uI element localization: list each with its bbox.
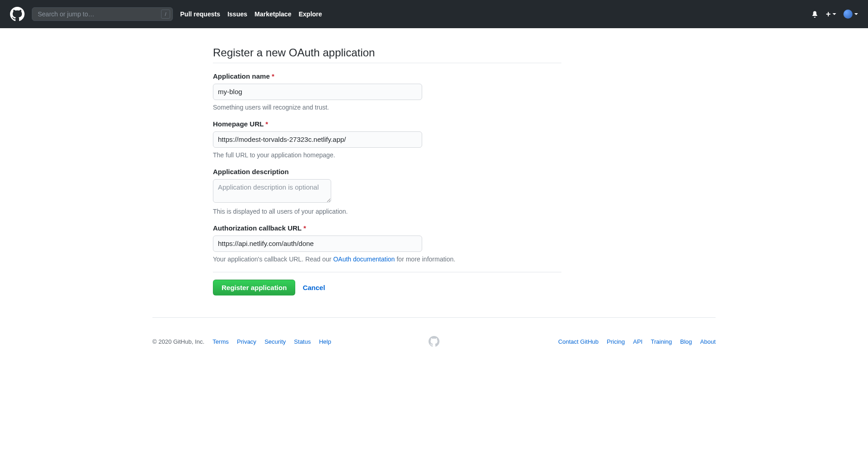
- chevron-down-icon: [854, 13, 858, 15]
- hint-suffix: for more information.: [395, 256, 455, 263]
- nav-marketplace[interactable]: Marketplace: [255, 10, 292, 18]
- hint-prefix: Your application's callback URL. Read ou…: [213, 256, 333, 263]
- callback-url-input[interactable]: [213, 236, 422, 252]
- form-actions: Register application Cancel: [213, 272, 561, 296]
- footer-right: Contact GitHub Pricing API Training Blog…: [450, 338, 716, 345]
- search-box: /: [32, 7, 173, 21]
- footer-privacy[interactable]: Privacy: [237, 338, 257, 345]
- footer-api[interactable]: API: [633, 338, 643, 345]
- oauth-documentation-link[interactable]: OAuth documentation: [333, 256, 394, 263]
- footer-help[interactable]: Help: [319, 338, 331, 345]
- user-menu-dropdown[interactable]: [843, 10, 858, 19]
- header-right: +: [811, 10, 858, 19]
- footer-left: © 2020 GitHub, Inc. Terms Privacy Securi…: [152, 338, 418, 345]
- footer-security[interactable]: Security: [264, 338, 286, 345]
- copyright: © 2020 GitHub, Inc.: [152, 338, 204, 345]
- chevron-down-icon: [833, 13, 836, 15]
- footer-contact[interactable]: Contact GitHub: [558, 338, 599, 345]
- primary-nav: Pull requests Issues Marketplace Explore: [180, 10, 322, 18]
- required-star: *: [266, 120, 268, 128]
- homepage-url-label: Homepage URL *: [213, 120, 561, 128]
- label-text: Application name: [213, 72, 270, 80]
- description-hint: This is displayed to all users of your a…: [213, 208, 561, 215]
- label-text: Authorization callback URL: [213, 224, 302, 232]
- field-application-name: Application name * Something users will …: [213, 72, 561, 111]
- homepage-url-hint: The full URL to your application homepag…: [213, 151, 561, 159]
- app-name-hint: Something users will recognize and trust…: [213, 104, 561, 111]
- description-label: Application description: [213, 168, 561, 175]
- footer-pricing[interactable]: Pricing: [607, 338, 625, 345]
- callback-url-label: Authorization callback URL *: [213, 224, 561, 232]
- create-new-dropdown[interactable]: +: [826, 10, 836, 18]
- description-textarea[interactable]: [213, 179, 331, 203]
- field-callback-url: Authorization callback URL * Your applic…: [213, 224, 561, 263]
- field-homepage-url: Homepage URL * The full URL to your appl…: [213, 120, 561, 159]
- footer-blog[interactable]: Blog: [680, 338, 692, 345]
- register-application-button[interactable]: Register application: [213, 280, 295, 296]
- field-application-description: Application description This is displaye…: [213, 168, 561, 215]
- nav-issues[interactable]: Issues: [227, 10, 247, 18]
- global-header: / Pull requests Issues Marketplace Explo…: [0, 0, 868, 28]
- plus-icon: +: [826, 10, 831, 18]
- nav-explore[interactable]: Explore: [298, 10, 322, 18]
- app-name-input[interactable]: [213, 84, 422, 100]
- avatar: [843, 10, 853, 19]
- nav-pull-requests[interactable]: Pull requests: [180, 10, 220, 18]
- required-star: *: [272, 72, 274, 80]
- footer-terms[interactable]: Terms: [212, 338, 228, 345]
- footer-about[interactable]: About: [700, 338, 716, 345]
- slash-key-hint: /: [161, 10, 170, 19]
- page-title: Register a new OAuth application: [213, 46, 561, 63]
- github-logo-icon[interactable]: [10, 7, 25, 21]
- search-input[interactable]: [32, 7, 173, 21]
- app-name-label: Application name *: [213, 72, 561, 80]
- notifications-icon[interactable]: [811, 10, 818, 18]
- footer-training[interactable]: Training: [651, 338, 672, 345]
- required-star: *: [303, 224, 306, 232]
- homepage-url-input[interactable]: [213, 131, 422, 148]
- cancel-link[interactable]: Cancel: [303, 284, 325, 291]
- label-text: Homepage URL: [213, 120, 263, 128]
- site-footer: © 2020 GitHub, Inc. Terms Privacy Securi…: [152, 317, 716, 361]
- footer-github-logo-icon[interactable]: [429, 336, 439, 347]
- footer-status[interactable]: Status: [294, 338, 311, 345]
- callback-url-hint: Your application's callback URL. Read ou…: [213, 256, 561, 263]
